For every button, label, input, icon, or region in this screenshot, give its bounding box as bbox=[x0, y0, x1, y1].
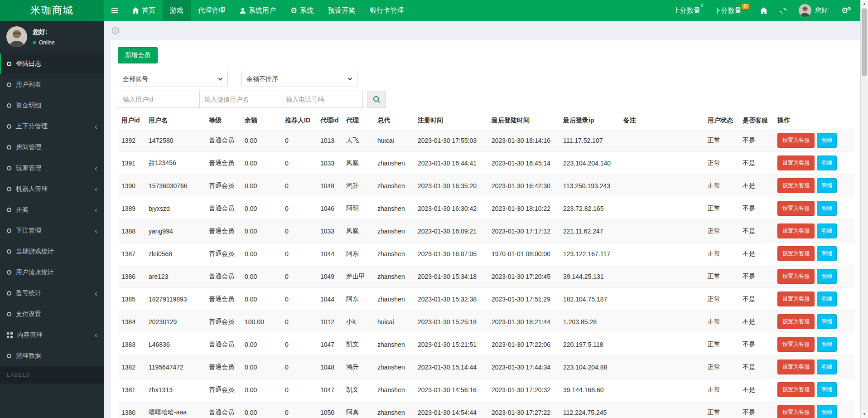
detail-button[interactable]: 明细 bbox=[817, 292, 837, 306]
detail-button[interactable]: 明细 bbox=[817, 201, 837, 216]
up-score-button[interactable]: 上分数量 0 bbox=[668, 0, 709, 21]
set-service-button[interactable]: 设置为客服 bbox=[777, 360, 815, 374]
table-cell: 正常 bbox=[704, 265, 739, 288]
table-cell: 0.00 bbox=[241, 243, 281, 265]
set-service-button[interactable]: 设置为客服 bbox=[777, 133, 815, 148]
table-cell: 正常 bbox=[704, 175, 739, 197]
table-cell: 0 bbox=[281, 152, 317, 175]
sidebar-item-10[interactable]: 用户流水统计 bbox=[0, 262, 104, 283]
circle-icon bbox=[7, 270, 11, 275]
nav-item-4[interactable]: ⚙系统 bbox=[283, 0, 321, 21]
table-cell: 0 bbox=[281, 379, 317, 401]
table-cell: 0 bbox=[281, 197, 317, 220]
set-service-button[interactable]: 设置为客服 bbox=[777, 156, 815, 170]
detail-button[interactable]: 明细 bbox=[817, 382, 837, 397]
home-shortcut-button[interactable] bbox=[754, 0, 773, 21]
labels-section-header: LABELS bbox=[0, 366, 104, 384]
nav-item-3[interactable]: 系统用户 bbox=[232, 0, 283, 21]
nav-item-6[interactable]: 银行卡管理 bbox=[362, 0, 411, 21]
set-service-button[interactable]: 设置为客服 bbox=[777, 224, 815, 238]
phone-number-input[interactable] bbox=[281, 91, 363, 108]
user-id-input[interactable] bbox=[118, 91, 200, 108]
sidebar-item-14[interactable]: 清理数据 bbox=[0, 345, 104, 366]
table-cell: 1049 bbox=[317, 265, 342, 288]
set-service-button[interactable]: 设置为客服 bbox=[777, 246, 815, 261]
scroll-up-arrow-icon[interactable]: ▲ bbox=[861, 0, 868, 8]
wechat-name-input[interactable] bbox=[199, 91, 281, 108]
top-navbar: 米珈商城 首页游戏代理管理系统用户⚙系统预设开奖银行卡管理 上分数量 0 下分数… bbox=[0, 0, 868, 21]
detail-button[interactable]: 明细 bbox=[817, 156, 837, 170]
sidebar-item-1[interactable]: 用户列表 bbox=[0, 74, 104, 95]
vertical-scrollbar[interactable]: ▲ ▼ bbox=[860, 0, 868, 418]
table-row: 138420230129普通会员100.0001012小khuicai2023-… bbox=[118, 311, 854, 333]
sidebar-item-5[interactable]: 玩家管理‹ bbox=[0, 158, 104, 179]
set-service-button[interactable]: 设置为客服 bbox=[777, 292, 815, 306]
scrollbar-thumb[interactable] bbox=[862, 8, 867, 76]
sidebar-item-7[interactable]: 开奖‹ bbox=[0, 199, 104, 220]
table-cell: zhx1313 bbox=[145, 379, 205, 401]
set-service-button[interactable]: 设置为客服 bbox=[777, 314, 815, 329]
account-filter-select[interactable]: 全部账号 bbox=[118, 71, 228, 87]
sidebar-toggle-button[interactable] bbox=[104, 0, 125, 21]
sidebar-item-3[interactable]: 上下分管理‹ bbox=[0, 116, 104, 137]
sidebar-item-9[interactable]: 当期游戏统计 bbox=[0, 241, 104, 262]
scroll-down-arrow-icon[interactable]: ▼ bbox=[861, 410, 868, 418]
table-cell: 普通会员 bbox=[205, 311, 241, 333]
sidebar-item-label: 盈亏统计 bbox=[16, 289, 41, 297]
main-layout: 您好: Online 登陆日志用户列表资金明细上下分管理‹房间管理玩家管理‹机器… bbox=[0, 21, 868, 418]
nav-item-1[interactable]: 游戏 bbox=[163, 0, 191, 21]
nav-item-2[interactable]: 代理管理 bbox=[191, 0, 232, 21]
set-service-button[interactable]: 设置为客服 bbox=[777, 382, 815, 397]
nav-item-label: 系统用户 bbox=[249, 6, 276, 15]
table-cell: 2023-01-30 17:20:32 bbox=[488, 379, 559, 401]
sidebar-item-13[interactable]: 内容管理‹ bbox=[0, 325, 104, 345]
actions-cell: 设置为客服明细 bbox=[774, 220, 854, 243]
add-member-button[interactable]: 新增会员 bbox=[118, 47, 158, 63]
set-service-button[interactable]: 设置为客服 bbox=[777, 337, 815, 352]
detail-button[interactable]: 明细 bbox=[817, 224, 837, 238]
hexagon-icon[interactable] bbox=[111, 26, 120, 35]
nav-item-0[interactable]: 首页 bbox=[125, 0, 163, 21]
sidebar-item-11[interactable]: 盈亏统计‹ bbox=[0, 283, 104, 304]
detail-button[interactable]: 明细 bbox=[817, 246, 837, 261]
sidebar-item-12[interactable]: 支付设置 bbox=[0, 304, 104, 325]
set-service-button[interactable]: 设置为客服 bbox=[777, 178, 815, 193]
table-row: 1380嘻嘻哈哈-aaa普通会员0.0001050阿真zhanshen2023-… bbox=[118, 401, 854, 418]
balance-sort-select[interactable]: 余额不排序 bbox=[241, 71, 357, 87]
user-menu-button[interactable]: 您好: bbox=[793, 0, 835, 21]
detail-button[interactable]: 明细 bbox=[817, 360, 837, 374]
column-header-3: 余额 bbox=[241, 112, 281, 129]
refresh-button[interactable] bbox=[773, 0, 793, 21]
detail-button[interactable]: 明细 bbox=[817, 269, 837, 284]
table-cell: 普通会员 bbox=[205, 197, 241, 220]
table-cell: 小k bbox=[342, 311, 374, 333]
set-service-button[interactable]: 设置为客服 bbox=[777, 201, 815, 216]
table-cell: 阿真 bbox=[342, 401, 374, 418]
app-logo[interactable]: 米珈商城 bbox=[0, 0, 104, 21]
sidebar-item-6[interactable]: 机器人管理‹ bbox=[0, 179, 104, 199]
detail-button[interactable]: 明细 bbox=[817, 405, 837, 418]
set-service-button[interactable]: 设置为客服 bbox=[777, 269, 815, 284]
table-cell: zhanshen bbox=[374, 197, 414, 220]
detail-button[interactable]: 明细 bbox=[817, 337, 837, 352]
table-cell: 正常 bbox=[704, 379, 739, 401]
actions-cell: 设置为客服明细 bbox=[774, 129, 854, 152]
nav-item-5[interactable]: 预设开奖 bbox=[321, 0, 362, 21]
down-score-button[interactable]: 下分数量 0 bbox=[709, 0, 754, 21]
sidebar-avatar[interactable] bbox=[6, 26, 27, 47]
table-cell: 普通会员 bbox=[205, 243, 241, 265]
column-header-5: 代理id bbox=[317, 112, 342, 129]
detail-button[interactable]: 明细 bbox=[817, 133, 837, 148]
sidebar-item-0[interactable]: 登陆日志 bbox=[0, 53, 104, 74]
sidebar-item-4[interactable]: 房间管理 bbox=[0, 137, 104, 158]
sidebar-item-2[interactable]: 资金明细 bbox=[0, 95, 104, 116]
table-cell: 阿东 bbox=[342, 288, 374, 311]
search-button[interactable] bbox=[367, 91, 386, 108]
detail-button[interactable]: 明细 bbox=[817, 314, 837, 329]
set-service-button[interactable]: 设置为客服 bbox=[777, 405, 815, 418]
detail-button[interactable]: 明细 bbox=[817, 178, 837, 193]
table-cell: 正常 bbox=[704, 288, 739, 311]
settings-button[interactable]: ⚙ ⚙ bbox=[835, 0, 857, 21]
filter-inputs-row bbox=[118, 91, 854, 108]
sidebar-item-8[interactable]: 下注管理‹ bbox=[0, 220, 104, 241]
